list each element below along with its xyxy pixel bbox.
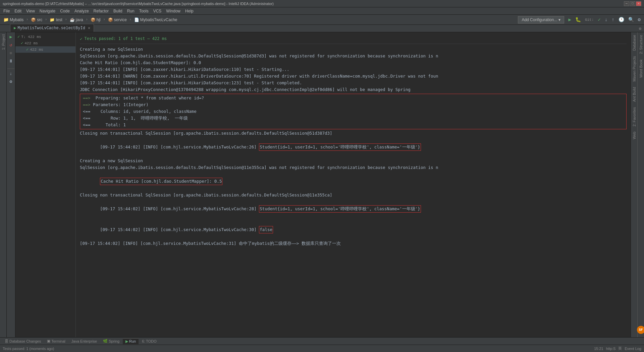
project-sidebar-label[interactable]: 1: Project <box>1 32 6 52</box>
student-result-1: Student{id=1, userId=1, school='哔哩哔哩学校',… <box>259 143 421 151</box>
menu-bar: FileEditViewNavigateCodeAnalyzeRefactorB… <box>0 7 644 15</box>
java-item[interactable]: ☕ java <box>68 17 85 23</box>
tab-java-enterprise[interactable]: Java Enterprise <box>69 339 100 344</box>
menu-item-refactor[interactable]: Refactor <box>92 8 111 14</box>
db-icon: 🗄 <box>5 339 8 343</box>
run-panel-tab[interactable]: ▶ MybatisTwoLvCache.selectById ✕ <box>10 24 94 32</box>
menu-item-analyze[interactable]: Analyze <box>72 8 91 14</box>
sql-line-1: ==> Preparing: select * from student whe… <box>83 95 624 101</box>
minimize-button[interactable]: ─ <box>624 1 629 6</box>
menu-item-help[interactable]: Help <box>183 8 196 14</box>
pause-button[interactable]: ⏸ <box>8 58 14 64</box>
bottom-tab-bar: 🗄 Database Changes ▣ Terminal Java Enter… <box>0 337 644 345</box>
sql-line-5: <== Total: 1 <box>83 122 624 128</box>
add-config-dropdown-icon: ▾ <box>558 17 560 22</box>
ant-sidebar-tab[interactable]: Ant Build <box>631 84 637 104</box>
project-label[interactable]: 📁 Mybatis <box>2 16 25 23</box>
status-lang: 英 <box>618 346 622 351</box>
tree-check-l1: ✓ <box>21 41 23 46</box>
tab-database-changes[interactable]: 🗄 Database Changes <box>2 339 44 344</box>
tree-item-level1[interactable]: ✓ 422 ms <box>15 40 75 46</box>
hjl-item[interactable]: 📦 hjl <box>89 17 102 23</box>
menu-item-vcs[interactable]: VCS <box>151 8 164 14</box>
menu-item-file[interactable]: File <box>1 8 12 14</box>
line-10: SqlSession [org.apache.ibatis.session.de… <box>80 164 627 171</box>
test-item[interactable]: 📁 test <box>48 17 63 23</box>
src-item[interactable]: 📦 src <box>30 17 44 23</box>
tree-label-l1: 422 ms <box>24 41 38 45</box>
line-4: [09-17 15:44:01] [INFO] [com.zaxxer.hika… <box>80 66 627 73</box>
restore-button[interactable]: □ <box>630 1 635 6</box>
settings-button[interactable]: ⚙ <box>637 16 642 23</box>
terminal-icon: ▣ <box>47 339 50 343</box>
sql-line-2: ==> Parameters: 1(Integer) <box>83 101 624 108</box>
menu-item-edit[interactable]: Edit <box>12 8 23 14</box>
menu-item-build[interactable]: Build <box>111 8 124 14</box>
search-everywhere[interactable]: 🔍 <box>627 16 635 23</box>
title-bar: springboot-mybatis-demo [D:\ATCzh\test\M… <box>0 0 644 7</box>
file-icon: 📄 <box>134 17 139 22</box>
tree-label-root: T↓ 422 ms <box>21 35 41 39</box>
menu-item-tools[interactable]: Tools <box>137 8 151 14</box>
tree-item-root[interactable]: ✓ T↓ 422 ms <box>15 34 75 40</box>
tab-terminal[interactable]: ▣ Terminal <box>44 338 68 344</box>
tab-spring[interactable]: 🌿 Spring <box>100 338 122 344</box>
src-icon: 📦 <box>31 17 36 22</box>
add-configuration-button[interactable]: Add Configuration... ▾ <box>518 16 564 24</box>
line-11: Closing non transactional SqlSession [or… <box>80 192 627 199</box>
structure-tab[interactable]: 2: Structure <box>638 32 644 57</box>
student-result-2: Student{id=1, userId=1, school='哔哩哔哩学校',… <box>259 205 421 213</box>
wordbook-tab[interactable]: Word Book <box>638 57 644 80</box>
scroll-end-button[interactable]: ↓ <box>8 70 14 77</box>
database-sidebar-tab[interactable]: Database <box>631 32 637 53</box>
git-history[interactable]: 🕐 <box>617 16 626 23</box>
debug-button[interactable]: 🐛 <box>574 16 582 23</box>
menu-item-run[interactable]: Run <box>125 8 137 14</box>
sql-line-4: <== Row: 1, 1, 哔哩哔哩学校, 一年级 <box>83 115 624 122</box>
git-check[interactable]: ✓ <box>596 16 602 23</box>
run-tab-label: MybatisTwoLvCache.selectById <box>17 26 85 31</box>
project-name: Mybatis <box>10 17 23 22</box>
menu-item-navigate[interactable]: Navigate <box>38 8 57 14</box>
line-6: [09-17 15:44:01] [INFO] [com.zaxxer.hika… <box>80 80 627 86</box>
git-update[interactable]: ↓ <box>603 16 609 23</box>
rerun-failed-button[interactable]: ↺ <box>8 42 14 48</box>
cache-hit-line: Cache Hit Ratio [com.hjl.dao.StudentMapp… <box>80 171 627 192</box>
event-log-link[interactable]: Event Log <box>625 347 641 351</box>
run-tab-icon: ▶ <box>125 339 128 344</box>
line-9: Creating a new SqlSession <box>80 158 627 164</box>
run-icon: ▶ <box>14 26 16 31</box>
service-icon: 📦 <box>108 17 113 22</box>
test-icon: 📁 <box>50 17 55 22</box>
line-8: Closing non transactional SqlSession [or… <box>80 130 627 137</box>
favorites-sidebar-tab[interactable]: 2: Favorites <box>631 104 637 129</box>
test-tree-panel: ✓ T↓ 422 ms ✓ 422 ms ✓ 422 ms <box>15 32 76 337</box>
sf-button[interactable]: SF <box>637 326 644 334</box>
menu-item-code[interactable]: Code <box>58 8 72 14</box>
window-controls[interactable]: ─ □ ✕ <box>624 1 641 6</box>
menu-item-window[interactable]: Window <box>164 8 182 14</box>
run-button[interactable]: ▶ <box>567 16 572 23</box>
breadcrumb-sep1: › <box>26 18 28 21</box>
close-tab-icon[interactable]: ✕ <box>88 26 90 31</box>
status-left-text: Tests passed: 1 (moments ago) <box>3 347 54 351</box>
stop-button[interactable]: ■ <box>8 50 14 56</box>
settings-tab-icon[interactable]: ⚙ <box>639 26 641 32</box>
tab-run[interactable]: ▶ Run <box>123 338 139 344</box>
tab-todo[interactable]: 6: TODO <box>139 339 159 344</box>
line-3: Cache Hit Ratio [com.hjl.dao.StudentMapp… <box>80 59 627 66</box>
service-item[interactable]: 📦 service <box>107 17 128 23</box>
git-push[interactable]: ↑ <box>610 16 615 23</box>
menu-item-view[interactable]: View <box>24 8 37 14</box>
line-7: JDBC Connection [HikariProxyConnection@1… <box>80 86 627 93</box>
settings-run-button[interactable]: ⚙ <box>8 78 14 85</box>
run-control-buttons: ▶ ↺ ■ ⏸ ↓ ⚙ <box>7 32 15 337</box>
tree-label-l2: 422 ms <box>30 48 43 52</box>
console-output: ✓ Tests passed: 1 of 1 test – 422 ms Cre… <box>76 32 631 337</box>
tree-item-level2[interactable]: ✓ 422 ms <box>15 46 75 53</box>
web-sidebar-tab[interactable]: Web <box>631 129 637 142</box>
close-button[interactable]: ✕ <box>636 1 641 6</box>
maven-sidebar-tab[interactable]: Maven Projects <box>631 53 637 84</box>
cache-file-item[interactable]: 📄 MybatisTwoLvCache <box>133 17 179 23</box>
rerun-button[interactable]: ▶ <box>8 34 14 40</box>
